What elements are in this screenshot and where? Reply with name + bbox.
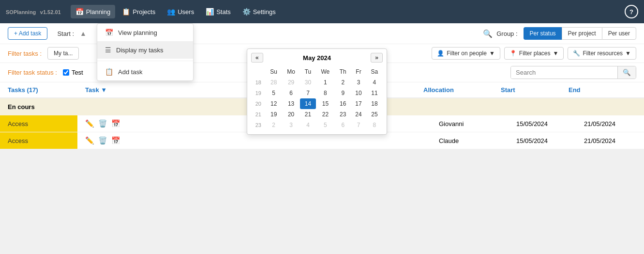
calendar-day[interactable]: 25 — [366, 109, 383, 120]
calendar-day[interactable]: 6 — [282, 88, 300, 98]
filter-resources-caret: ▼ — [625, 50, 631, 57]
edit-icon-2[interactable]: ✏️ — [85, 136, 94, 145]
calendar-day[interactable]: 29 — [282, 77, 300, 88]
cal-header-th: Th — [335, 66, 351, 77]
calendar-day[interactable]: 28 — [266, 77, 282, 88]
calendar-day[interactable]: 12 — [266, 98, 282, 109]
nav-projects-label: Projects — [133, 8, 155, 16]
users-icon: 👥 — [167, 8, 175, 16]
filter-people-label: Filter on people — [447, 50, 487, 57]
allocation-2: Claude — [439, 137, 459, 144]
calendar-day[interactable]: 17 — [351, 98, 366, 109]
resources-icon: 🔧 — [573, 50, 580, 57]
calendar-day[interactable]: 13 — [282, 98, 300, 109]
start-cell-1: 15/05/2024 — [509, 115, 576, 132]
settings-icon: ⚙️ — [242, 8, 251, 16]
search-input[interactable] — [511, 66, 617, 79]
calendar-day[interactable]: 5 — [266, 88, 282, 98]
calendar-up-arrow[interactable]: ▲ — [80, 30, 87, 37]
calendar-day[interactable]: 20 — [282, 109, 300, 120]
calendar-day[interactable]: 4 — [366, 77, 383, 88]
cal-prev-button[interactable]: « — [251, 53, 263, 63]
calendar-day[interactable]: 5 — [316, 120, 335, 130]
calendar-day[interactable]: 8 — [366, 120, 383, 130]
filter-places-button[interactable]: 📍 Filter places ▼ — [504, 47, 564, 60]
add-task-label: Add task — [118, 68, 143, 76]
calendar-day[interactable]: 21 — [300, 109, 315, 120]
cal-header-su: Su — [266, 66, 282, 77]
my-tasks-button[interactable]: My ta... — [47, 47, 79, 60]
add-task-icon: 📋 — [105, 68, 113, 76]
col-end[interactable]: End — [569, 86, 636, 94]
calendar-day[interactable]: 22 — [316, 109, 335, 120]
col-tasks[interactable]: Tasks (17) — [8, 86, 85, 94]
task-calendar-icon-1[interactable]: 📅 — [111, 119, 120, 128]
delete-icon-1[interactable]: 🗑️ — [98, 119, 107, 128]
calendar-day[interactable]: 15 — [316, 98, 335, 109]
allocation-cell-1: Giovanni — [431, 115, 509, 132]
search-button[interactable]: 🔍 — [617, 66, 636, 79]
calendar-day[interactable]: 30 — [300, 77, 315, 88]
test-checkbox-label[interactable]: Test — [63, 69, 83, 76]
col-allocation[interactable]: Allocation — [423, 86, 501, 94]
group-row-label: En cours — [8, 103, 35, 111]
filter-people-button[interactable]: 👤 Filter on people ▼ — [432, 47, 500, 60]
calendar-day[interactable]: 16 — [335, 98, 351, 109]
calendar-day[interactable]: 4 — [300, 120, 315, 130]
calendar-day[interactable]: 14 — [300, 98, 315, 109]
nav-stats[interactable]: 📊 Stats — [201, 5, 236, 18]
filter-people-caret: ▼ — [489, 50, 495, 57]
calendar-day[interactable]: 2 — [266, 120, 282, 130]
week-number: 21 — [251, 109, 266, 120]
dropdown-display-tasks[interactable]: ☰ Display my tasks — [97, 41, 193, 59]
end-cell-1: 21/05/2024 — [576, 115, 644, 132]
calendar-day[interactable]: 8 — [316, 88, 335, 98]
projects-icon: 📋 — [122, 8, 130, 16]
calendar-day[interactable]: 1 — [316, 77, 335, 88]
nav-projects[interactable]: 📋 Projects — [117, 5, 160, 18]
end-date-1: 21/05/2024 — [584, 120, 615, 127]
calendar-day[interactable]: 2 — [335, 77, 351, 88]
nav-users[interactable]: 👥 Users — [162, 5, 199, 18]
col-start[interactable]: Start — [501, 86, 569, 94]
group-per-status-button[interactable]: Per status — [524, 27, 562, 40]
task-actions-cell-2: ✏️ 🗑️ 📅 — [77, 132, 431, 149]
cal-next-button[interactable]: » — [371, 53, 383, 63]
calendar-day[interactable]: 7 — [351, 120, 366, 130]
start-label-text: Start : — [57, 30, 74, 37]
nav-planning[interactable]: 📅 Planning — [71, 5, 116, 18]
calendar-day[interactable]: 3 — [351, 77, 366, 88]
filter-tasks-label: Filter tasks : — [8, 50, 42, 57]
edit-icon-1[interactable]: ✏️ — [85, 119, 94, 128]
filter-resources-button[interactable]: 🔧 Filter resources ▼ — [568, 47, 636, 60]
calendar-day[interactable]: 24 — [351, 109, 366, 120]
add-task-button[interactable]: + Add task — [8, 27, 47, 40]
calendar-day[interactable]: 10 — [351, 88, 366, 98]
calendar-day[interactable]: 23 — [335, 109, 351, 120]
task-calendar-icon-2[interactable]: 📅 — [111, 136, 120, 145]
calendar-day[interactable]: 3 — [282, 120, 300, 130]
cal-header-we: We — [316, 66, 335, 77]
group-per-user-button[interactable]: Per user — [602, 27, 636, 40]
calendar-day[interactable]: 6 — [335, 120, 351, 130]
dropdown-add-task[interactable]: 📋 Add task — [97, 63, 193, 80]
calendar-day[interactable]: 9 — [335, 88, 351, 98]
calendar-day[interactable]: 11 — [366, 88, 383, 98]
group-per-project-button[interactable]: Per project — [562, 27, 602, 40]
allocation-cell-2: Claude — [431, 132, 509, 149]
dropdown-view-planning[interactable]: 📅 View planning — [97, 24, 193, 41]
help-button[interactable]: ? — [625, 5, 638, 18]
nav-settings[interactable]: ⚙️ Settings — [238, 5, 281, 18]
calendar-day[interactable]: 18 — [366, 98, 383, 109]
delete-icon-2[interactable]: 🗑️ — [98, 136, 107, 145]
test-checkbox[interactable] — [63, 69, 69, 76]
task-name-1: Access — [8, 120, 28, 127]
calendar-title: May 2024 — [303, 54, 331, 62]
cal-header-fr: Fr — [351, 66, 366, 77]
calendar-day[interactable]: 7 — [300, 88, 315, 98]
calendar-day[interactable]: 19 — [266, 109, 282, 120]
start-date-1: 15/05/2024 — [516, 120, 548, 127]
navbar: SOPlanning v1.52.01 📅 Planning 📋 Project… — [0, 0, 644, 23]
dropdown-divider — [97, 61, 193, 61]
search-icon-toolbar[interactable]: 🔍 — [483, 29, 493, 38]
